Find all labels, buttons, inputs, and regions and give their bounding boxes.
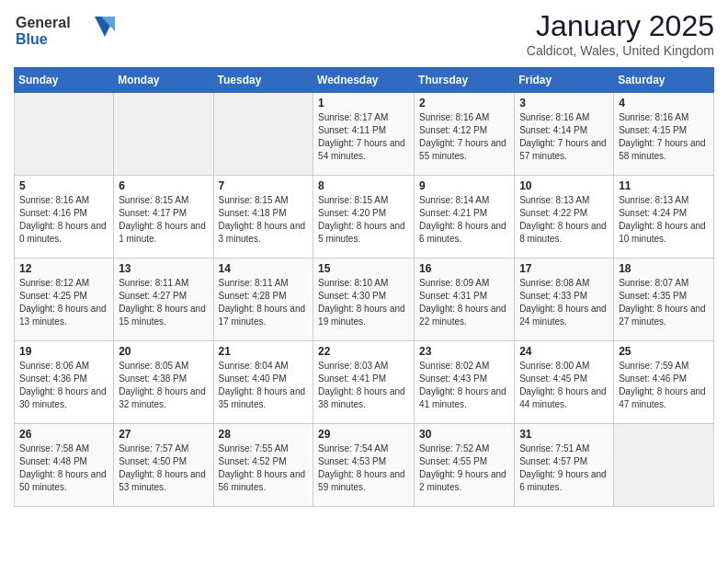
calendar-cell: 1Sunrise: 8:17 AM Sunset: 4:11 PM Daylig… <box>313 93 415 176</box>
day-number: 24 <box>519 345 609 358</box>
weekday-header-saturday: Saturday <box>614 68 714 93</box>
week-row-3: 19Sunrise: 8:06 AM Sunset: 4:36 PM Dayli… <box>15 341 714 424</box>
calendar-cell: 13Sunrise: 8:11 AM Sunset: 4:27 PM Dayli… <box>114 259 213 341</box>
day-number: 17 <box>519 262 609 275</box>
logo: General Blue <box>14 9 115 53</box>
svg-text:General: General <box>16 15 71 30</box>
day-number: 19 <box>19 345 108 358</box>
day-number: 4 <box>619 97 709 109</box>
day-number: 5 <box>19 179 108 192</box>
weekday-header-tuesday: Tuesday <box>213 68 313 93</box>
week-row-2: 12Sunrise: 8:12 AM Sunset: 4:25 PM Dayli… <box>15 259 714 341</box>
day-number: 20 <box>119 345 208 358</box>
calendar-cell: 10Sunrise: 8:13 AM Sunset: 4:22 PM Dayli… <box>515 176 614 259</box>
calendar-cell: 12Sunrise: 8:12 AM Sunset: 4:25 PM Dayli… <box>15 259 114 341</box>
day-info: Sunrise: 7:54 AM Sunset: 4:53 PM Dayligh… <box>318 442 409 494</box>
weekday-header-thursday: Thursday <box>415 68 515 93</box>
calendar-cell: 16Sunrise: 8:09 AM Sunset: 4:31 PM Dayli… <box>415 259 515 341</box>
calendar-cell: 29Sunrise: 7:54 AM Sunset: 4:53 PM Dayli… <box>313 424 415 507</box>
day-number: 3 <box>519 97 609 109</box>
calendar-cell: 27Sunrise: 7:57 AM Sunset: 4:50 PM Dayli… <box>114 424 213 507</box>
logo-text: General Blue <box>14 9 115 53</box>
day-number: 18 <box>619 262 709 275</box>
calendar-cell: 25Sunrise: 7:59 AM Sunset: 4:46 PM Dayli… <box>614 341 714 424</box>
day-info: Sunrise: 7:55 AM Sunset: 4:52 PM Dayligh… <box>219 442 309 494</box>
day-info: Sunrise: 7:57 AM Sunset: 4:50 PM Dayligh… <box>119 442 208 494</box>
day-info: Sunrise: 8:09 AM Sunset: 4:31 PM Dayligh… <box>419 277 509 328</box>
week-row-0: 1Sunrise: 8:17 AM Sunset: 4:11 PM Daylig… <box>15 93 714 176</box>
day-number: 26 <box>19 428 108 441</box>
page: General Blue January 2025 Caldicot, Wale… <box>0 0 728 516</box>
day-number: 29 <box>318 428 409 441</box>
day-number: 23 <box>419 345 509 358</box>
header: General Blue January 2025 Caldicot, Wale… <box>14 9 714 58</box>
calendar-cell: 28Sunrise: 7:55 AM Sunset: 4:52 PM Dayli… <box>213 424 313 507</box>
calendar-cell: 18Sunrise: 8:07 AM Sunset: 4:35 PM Dayli… <box>614 259 714 341</box>
day-info: Sunrise: 8:15 AM Sunset: 4:17 PM Dayligh… <box>119 194 208 246</box>
calendar-cell: 14Sunrise: 8:11 AM Sunset: 4:28 PM Dayli… <box>213 259 313 341</box>
calendar-cell: 31Sunrise: 7:51 AM Sunset: 4:57 PM Dayli… <box>515 424 614 507</box>
day-info: Sunrise: 8:05 AM Sunset: 4:38 PM Dayligh… <box>119 360 208 411</box>
calendar-cell: 7Sunrise: 8:15 AM Sunset: 4:18 PM Daylig… <box>213 176 313 259</box>
day-number: 10 <box>519 179 609 192</box>
day-info: Sunrise: 8:16 AM Sunset: 4:14 PM Dayligh… <box>519 111 609 163</box>
week-row-1: 5Sunrise: 8:16 AM Sunset: 4:16 PM Daylig… <box>15 176 714 259</box>
calendar-cell <box>114 93 213 176</box>
day-info: Sunrise: 8:16 AM Sunset: 4:16 PM Dayligh… <box>19 194 108 246</box>
day-info: Sunrise: 8:00 AM Sunset: 4:45 PM Dayligh… <box>519 360 609 411</box>
calendar-cell <box>614 424 714 507</box>
calendar-cell: 2Sunrise: 8:16 AM Sunset: 4:12 PM Daylig… <box>415 93 515 176</box>
calendar-cell: 6Sunrise: 8:15 AM Sunset: 4:17 PM Daylig… <box>114 176 213 259</box>
calendar: SundayMondayTuesdayWednesdayThursdayFrid… <box>14 67 714 507</box>
location: Caldicot, Wales, United Kingdom <box>527 43 714 58</box>
calendar-cell: 11Sunrise: 8:13 AM Sunset: 4:24 PM Dayli… <box>614 176 714 259</box>
calendar-cell: 21Sunrise: 8:04 AM Sunset: 4:40 PM Dayli… <box>213 341 313 424</box>
calendar-cell: 5Sunrise: 8:16 AM Sunset: 4:16 PM Daylig… <box>15 176 114 259</box>
calendar-cell: 19Sunrise: 8:06 AM Sunset: 4:36 PM Dayli… <box>15 341 114 424</box>
day-info: Sunrise: 8:02 AM Sunset: 4:43 PM Dayligh… <box>419 360 509 411</box>
calendar-cell <box>213 93 313 176</box>
calendar-cell: 9Sunrise: 8:14 AM Sunset: 4:21 PM Daylig… <box>415 176 515 259</box>
day-number: 31 <box>519 428 609 441</box>
calendar-cell: 17Sunrise: 8:08 AM Sunset: 4:33 PM Dayli… <box>515 259 614 341</box>
week-row-4: 26Sunrise: 7:58 AM Sunset: 4:48 PM Dayli… <box>15 424 714 507</box>
logo-icon: General Blue <box>14 9 115 50</box>
calendar-cell: 20Sunrise: 8:05 AM Sunset: 4:38 PM Dayli… <box>114 341 213 424</box>
day-info: Sunrise: 8:15 AM Sunset: 4:18 PM Dayligh… <box>219 194 309 246</box>
day-number: 25 <box>619 345 709 358</box>
day-info: Sunrise: 8:03 AM Sunset: 4:41 PM Dayligh… <box>318 360 409 411</box>
calendar-cell: 23Sunrise: 8:02 AM Sunset: 4:43 PM Dayli… <box>415 341 515 424</box>
weekday-header-sunday: Sunday <box>15 68 114 93</box>
day-number: 14 <box>219 262 309 275</box>
day-number: 13 <box>119 262 208 275</box>
day-info: Sunrise: 7:58 AM Sunset: 4:48 PM Dayligh… <box>19 442 108 494</box>
day-info: Sunrise: 8:16 AM Sunset: 4:15 PM Dayligh… <box>619 111 709 163</box>
month-title: January 2025 <box>527 9 714 43</box>
day-number: 2 <box>419 97 509 109</box>
day-info: Sunrise: 7:51 AM Sunset: 4:57 PM Dayligh… <box>519 442 609 494</box>
day-number: 22 <box>318 345 409 358</box>
weekday-header-row: SundayMondayTuesdayWednesdayThursdayFrid… <box>15 68 714 93</box>
day-info: Sunrise: 8:11 AM Sunset: 4:28 PM Dayligh… <box>219 277 309 328</box>
day-info: Sunrise: 8:16 AM Sunset: 4:12 PM Dayligh… <box>419 111 509 163</box>
day-info: Sunrise: 7:59 AM Sunset: 4:46 PM Dayligh… <box>619 360 709 411</box>
day-number: 7 <box>219 179 309 192</box>
weekday-header-wednesday: Wednesday <box>313 68 415 93</box>
title-block: January 2025 Caldicot, Wales, United Kin… <box>527 9 714 58</box>
day-number: 1 <box>318 97 409 109</box>
day-info: Sunrise: 8:17 AM Sunset: 4:11 PM Dayligh… <box>318 111 409 163</box>
day-number: 6 <box>119 179 208 192</box>
weekday-header-friday: Friday <box>515 68 614 93</box>
day-info: Sunrise: 8:04 AM Sunset: 4:40 PM Dayligh… <box>219 360 309 411</box>
calendar-cell: 15Sunrise: 8:10 AM Sunset: 4:30 PM Dayli… <box>313 259 415 341</box>
calendar-cell: 26Sunrise: 7:58 AM Sunset: 4:48 PM Dayli… <box>15 424 114 507</box>
day-number: 9 <box>419 179 509 192</box>
day-info: Sunrise: 7:52 AM Sunset: 4:55 PM Dayligh… <box>419 442 509 494</box>
day-number: 8 <box>318 179 409 192</box>
calendar-cell <box>15 93 114 176</box>
svg-text:Blue: Blue <box>16 31 48 47</box>
day-info: Sunrise: 8:12 AM Sunset: 4:25 PM Dayligh… <box>19 277 108 328</box>
day-number: 27 <box>119 428 208 441</box>
day-number: 16 <box>419 262 509 275</box>
day-info: Sunrise: 8:10 AM Sunset: 4:30 PM Dayligh… <box>318 277 409 328</box>
